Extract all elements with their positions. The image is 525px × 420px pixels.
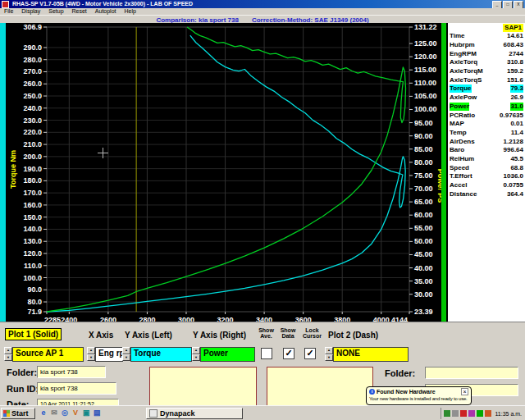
svg-text:45.00: 45.00 xyxy=(414,250,433,258)
svg-text:100.00: 100.00 xyxy=(414,105,437,113)
svg-text:210.0: 210.0 xyxy=(23,140,42,148)
menu-setup[interactable]: Setup xyxy=(44,8,67,15)
y-axis-right-select[interactable]: ▲▼ Power xyxy=(192,347,255,361)
spinner-up-down-icon[interactable]: ▲▼ xyxy=(122,347,130,361)
usb-icon[interactable] xyxy=(468,410,475,417)
table-row: Baro996.64 xyxy=(448,146,525,155)
menu-help[interactable]: Help xyxy=(121,8,140,15)
row-label: AxleTorq xyxy=(450,58,477,66)
comment-listbox-2[interactable] xyxy=(267,367,373,406)
row-label: AirDens xyxy=(450,138,475,146)
svg-text:250.0: 250.0 xyxy=(23,92,42,100)
clock: 11:35 a.m. xyxy=(495,411,522,417)
spinner-up-down-icon[interactable]: ▲▼ xyxy=(87,347,95,361)
row-label: RelHum xyxy=(450,155,474,163)
lock-cursor-label: LockCursor xyxy=(299,327,326,339)
volume-icon[interactable] xyxy=(452,410,459,417)
svg-text:120.0: 120.0 xyxy=(23,249,42,258)
dyno-plot[interactable]: 306.9290.0280.0270.0260.0250.0240.0230.0… xyxy=(6,23,441,322)
row-label: MAP xyxy=(450,120,464,128)
messenger-icon[interactable]: V xyxy=(71,409,80,418)
spinner-up-down-icon[interactable]: ▲▼ xyxy=(192,347,200,361)
svg-text:280.0: 280.0 xyxy=(23,56,42,64)
explorer-icon[interactable]: ▣ xyxy=(82,409,90,418)
dyno-plot-svg[interactable]: 306.9290.0280.0270.0260.0250.0240.0230.0… xyxy=(6,23,441,322)
row-label: Hubrpm xyxy=(450,41,475,49)
svg-text:110.00: 110.00 xyxy=(414,79,436,87)
row-value: 0.0755 xyxy=(504,181,523,189)
table-row: AxleTorqM159.2 xyxy=(448,67,525,76)
media-player-icon[interactable]: ◎ xyxy=(61,409,69,418)
plot1-source-value[interactable]: Source AP 1 xyxy=(12,347,84,362)
folder-input[interactable]: kia sport 738 xyxy=(37,366,106,378)
row-value: 1.2128 xyxy=(504,138,523,146)
svg-text:2600: 2600 xyxy=(100,316,116,322)
row-label: Baro xyxy=(450,146,464,154)
menu-reset[interactable]: Reset xyxy=(68,8,91,15)
svg-text:85.00: 85.00 xyxy=(414,145,433,153)
plot2-select[interactable]: ▲▼ NONE xyxy=(325,347,409,361)
row-value: 14.61 xyxy=(507,32,523,40)
y-axis-left-label: Y Axis (Left) xyxy=(125,331,172,340)
row-value: 79.3 xyxy=(510,84,523,93)
svg-text:125.00: 125.00 xyxy=(414,39,437,48)
taskbar-button-dynapack[interactable]: Dynapack xyxy=(146,408,243,419)
lock-cursor-checkbox[interactable]: ✓ xyxy=(304,348,316,359)
table-row: AxleTorqS151.6 xyxy=(448,75,525,84)
menu-bar: File Display Setup Reset Autoplot Help xyxy=(0,8,525,15)
data-panel-rows: Time14.61Hubrpm608.43EngRPM2744AxleTorq3… xyxy=(448,32,525,199)
player-icon[interactable] xyxy=(460,410,467,417)
y-axis-left-value[interactable]: Torque xyxy=(130,347,192,362)
svg-text:71.9: 71.9 xyxy=(27,308,42,316)
system-tray: 11:35 a.m. xyxy=(441,408,524,419)
menu-file[interactable]: File xyxy=(0,8,17,15)
table-row: EngRPM2744 xyxy=(448,49,525,58)
svg-text:3400: 3400 xyxy=(256,316,272,322)
menu-autoplot[interactable]: Autoplot xyxy=(91,8,121,15)
folder2-input[interactable] xyxy=(425,367,518,379)
plot1-source-select[interactable]: ▲▼ Source AP 1 xyxy=(4,347,84,361)
show-data-checkbox[interactable]: ✓ xyxy=(283,348,294,359)
row-label: AxleTorqS xyxy=(450,76,482,84)
svg-text:131.22: 131.22 xyxy=(414,23,437,31)
menu-display[interactable]: Display xyxy=(17,8,44,15)
mail-icon[interactable]: ✉ xyxy=(50,409,58,418)
spinner-up-down-icon[interactable]: ▲▼ xyxy=(4,347,12,361)
dynapack-icon xyxy=(149,409,158,418)
update-icon[interactable] xyxy=(485,410,491,417)
balloon-close-icon[interactable]: × xyxy=(461,388,468,395)
spinner-up-down-icon[interactable]: ▲▼ xyxy=(325,347,333,361)
y-axis-right-value[interactable]: Power xyxy=(200,347,255,362)
svg-text:3200: 3200 xyxy=(217,316,234,322)
row-label: PCRatio xyxy=(450,112,475,120)
status-green-icon[interactable] xyxy=(477,410,483,417)
svg-text:306.9: 306.9 xyxy=(23,23,42,31)
start-button[interactable]: Start xyxy=(1,408,35,419)
ie-icon[interactable]: e xyxy=(39,409,48,418)
run-id-input[interactable]: kia sport 738 xyxy=(37,382,116,395)
run-id-label: Run ID: xyxy=(7,384,39,394)
table-row: Time14.61 xyxy=(448,32,525,41)
network-icon[interactable] xyxy=(444,410,450,417)
svg-text:23.39: 23.39 xyxy=(414,308,433,316)
svg-text:160.0: 160.0 xyxy=(23,201,42,209)
svg-text:4000: 4000 xyxy=(373,316,390,322)
svg-text:270.0: 270.0 xyxy=(23,67,42,75)
title-bar[interactable]: RHAS-SP V1.7-05B (4WD - Motor Vehicle 2x… xyxy=(0,0,525,8)
svg-text:40.00: 40.00 xyxy=(414,264,433,272)
data-panel-header: SAP1 xyxy=(448,23,525,32)
balloon-title: Found New Hardware xyxy=(377,389,459,395)
svg-text:2800: 2800 xyxy=(139,316,155,322)
show-ave-checkbox[interactable] xyxy=(261,348,272,359)
svg-text:3800: 3800 xyxy=(334,316,350,322)
row-value: 1036.0 xyxy=(504,172,523,180)
y-axis-left-select[interactable]: ▲▼ Torque xyxy=(122,347,192,361)
plot2-value[interactable]: NONE xyxy=(333,347,409,362)
x-axis-value[interactable]: Eng rpm xyxy=(95,347,123,362)
desktop-icon[interactable]: ▤ xyxy=(93,409,101,418)
comment-listbox[interactable] xyxy=(149,367,257,406)
svg-text:55.00: 55.00 xyxy=(414,224,433,232)
table-row: Torque79.3 xyxy=(448,84,525,94)
x-axis-select[interactable]: ▲▼ Eng rpm xyxy=(87,347,123,361)
folder-label: Folder: xyxy=(7,368,37,377)
